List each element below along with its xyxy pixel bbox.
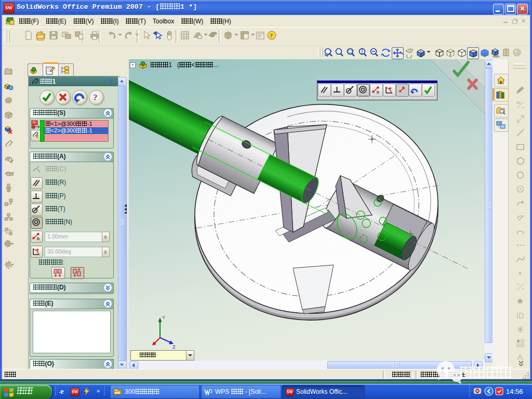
svg-text:30: 30 (516, 101, 521, 104)
svg-text:Y: Y (162, 315, 165, 320)
svg-text:?: ? (93, 92, 98, 102)
svg-text:D: D (37, 237, 39, 241)
svg-text:?: ? (270, 32, 273, 38)
svg-text:Z: Z (172, 344, 176, 350)
svg-text:D: D (377, 90, 379, 94)
